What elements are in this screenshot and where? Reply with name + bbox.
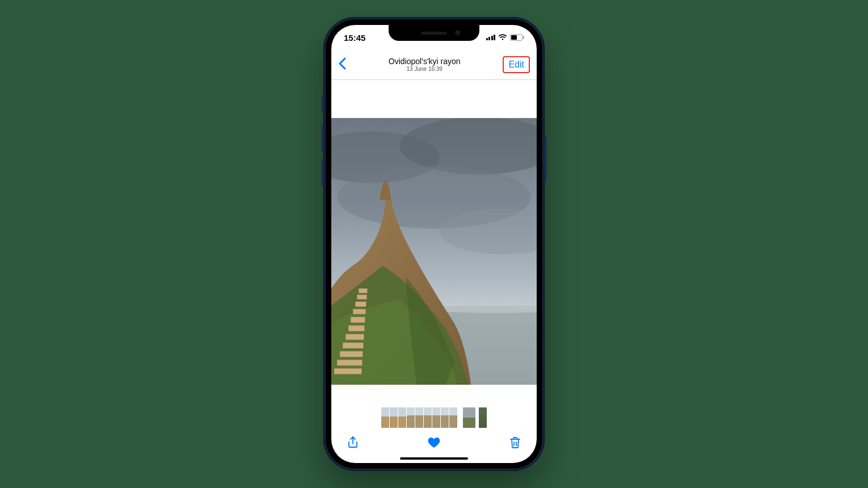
screen: 15:45 Ovidiopol's'kyi rayon 13 June 16:3…	[331, 25, 537, 463]
volume-down-button	[322, 159, 324, 186]
thumbnail[interactable]	[381, 407, 389, 428]
status-time: 15:45	[344, 33, 365, 43]
location-label: Ovidiopol's'kyi rayon	[389, 57, 461, 66]
share-icon	[346, 436, 360, 449]
thumbnail[interactable]	[449, 407, 457, 428]
nav-bar: Ovidiopol's'kyi rayon 13 June 16:39 Edit	[331, 50, 537, 80]
thumbnail[interactable]	[432, 407, 440, 428]
thumbnail-strip[interactable]	[331, 406, 537, 429]
thumbnail[interactable]	[476, 407, 478, 428]
favorite-button[interactable]	[427, 436, 441, 452]
wifi-icon	[498, 34, 507, 41]
nav-title: Ovidiopol's'kyi rayon 13 June 16:39	[389, 57, 461, 73]
svg-rect-1	[511, 35, 517, 40]
edit-button[interactable]: Edit	[503, 56, 530, 73]
bottom-toolbar	[331, 431, 537, 456]
main-photo	[331, 118, 537, 385]
thumbnail[interactable]	[458, 407, 462, 428]
svg-rect-9	[334, 368, 361, 374]
thumbnail[interactable]	[398, 407, 406, 428]
front-camera	[455, 30, 460, 35]
home-indicator[interactable]	[400, 457, 468, 460]
svg-rect-11	[340, 351, 363, 357]
volume-up-button	[322, 125, 324, 152]
thumbnail[interactable]	[463, 407, 475, 428]
svg-rect-19	[359, 288, 367, 293]
svg-rect-14	[348, 326, 364, 331]
photo-viewer[interactable]	[331, 79, 537, 406]
delete-button[interactable]	[508, 436, 522, 452]
battery-icon	[510, 34, 524, 41]
svg-rect-13	[345, 334, 364, 340]
cellular-signal-icon	[486, 35, 496, 40]
power-button	[544, 136, 546, 182]
heart-filled-icon	[427, 436, 441, 449]
trash-icon	[508, 436, 522, 449]
back-button[interactable]	[338, 57, 346, 72]
thumbnail[interactable]	[415, 407, 423, 428]
notch	[389, 25, 479, 41]
thumbnail[interactable]	[424, 407, 432, 428]
share-button[interactable]	[346, 436, 360, 452]
svg-rect-16	[353, 309, 365, 314]
thumbnail[interactable]	[390, 407, 398, 428]
thumbnail[interactable]	[479, 407, 487, 428]
thumbnail[interactable]	[407, 407, 415, 428]
svg-rect-10	[337, 360, 362, 365]
svg-rect-2	[523, 36, 524, 39]
speaker-grille	[421, 32, 447, 35]
thumbnail[interactable]	[441, 407, 449, 428]
mute-switch	[322, 96, 324, 112]
phone-frame: 15:45 Ovidiopol's'kyi rayon 13 June 16:3…	[323, 17, 545, 471]
svg-rect-15	[351, 317, 365, 323]
svg-rect-12	[343, 343, 363, 348]
datetime-label: 13 June 16:39	[389, 66, 461, 73]
svg-rect-18	[357, 295, 366, 299]
chevron-left-icon	[338, 57, 346, 70]
svg-rect-17	[355, 301, 366, 306]
